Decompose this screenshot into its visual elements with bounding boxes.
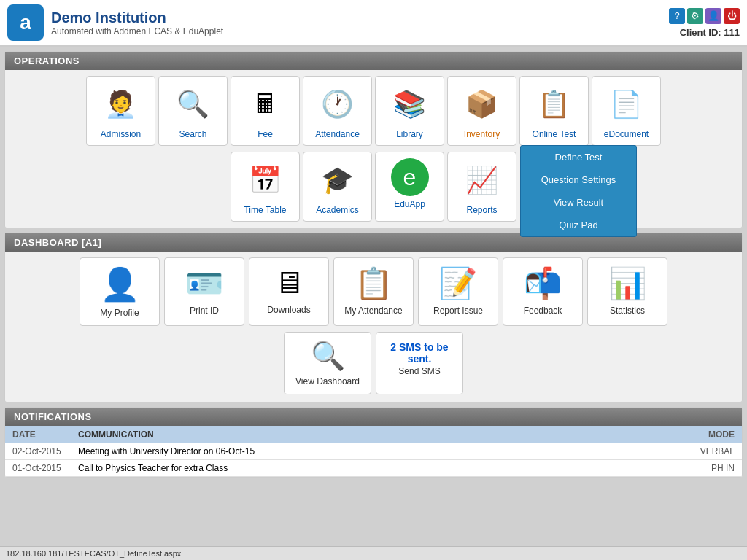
attendance-label: Attendance — [315, 129, 360, 139]
help-icon[interactable]: ? — [669, 8, 685, 24]
fee-label: Fee — [258, 129, 273, 139]
ops-academics[interactable]: 🎓 Academics — [303, 152, 372, 222]
ops-search[interactable]: 🔍 Search — [158, 76, 228, 146]
header: a Demo Institution Automated with Addmen… — [0, 0, 747, 47]
operations-row1: 🧑‍💼 Admission 🔍 Search 🖩 Fee 🕐 Attendanc… — [5, 70, 742, 152]
settings-icon[interactable]: ⚙ — [687, 8, 703, 24]
dash-view-dashboard[interactable]: 🔍 View Dashboard — [284, 332, 371, 394]
view-dashboard-label: View Dashboard — [295, 376, 360, 386]
notif-date: 01-Oct-2015 — [5, 460, 71, 477]
col-mode: MODE — [684, 426, 742, 443]
search-icon: 🔍 — [171, 82, 215, 126]
power-icon[interactable]: ⏻ — [724, 8, 740, 24]
eduapp-label: EduApp — [394, 199, 425, 209]
operations-header: OPERATIONS — [5, 52, 742, 70]
notif-mode: PH IN — [684, 460, 742, 477]
col-date: DATE — [5, 426, 71, 443]
report-issue-icon: 📝 — [439, 265, 477, 301]
dropdown-define-test[interactable]: Define Test — [521, 146, 636, 168]
dashboard-panel: DASHBOARD [A1] 👤 My Profile 🪪 Print ID 🖥… — [4, 233, 743, 402]
dash-send-sms[interactable]: 2 SMS to be sent. Send SMS — [376, 332, 463, 394]
operations-panel: OPERATIONS 🧑‍💼 Admission 🔍 Search 🖩 Fee … — [4, 51, 743, 228]
user-icon[interactable]: 👤 — [705, 8, 721, 24]
online-test-label: Online Test — [533, 129, 576, 139]
inventory-label: Inventory — [464, 129, 500, 139]
eduapp-icon: e — [391, 158, 429, 196]
dash-print-id[interactable]: 🪪 Print ID — [164, 257, 244, 326]
print-id-label: Print ID — [190, 306, 219, 316]
reports-icon: 📈 — [460, 158, 504, 202]
sms-label: Send SMS — [398, 366, 440, 376]
tagline: Automated with Addmen ECAS & EduApplet — [51, 26, 223, 36]
logo-icon: a — [7, 4, 44, 41]
table-row: 02-Oct-2015 Meeting with University Dire… — [5, 443, 742, 460]
dash-downloads[interactable]: 🖥 Downloads — [249, 257, 329, 326]
header-right: ? ⚙ 👤 ⏻ Client ID: 111 — [669, 8, 740, 38]
dash-report-issue[interactable]: 📝 Report Issue — [418, 257, 498, 326]
header-text: Demo Institution Automated with Addmen E… — [51, 9, 223, 36]
timetable-icon: 📅 — [244, 158, 287, 202]
ops-timetable[interactable]: 📅 Time Table — [231, 152, 300, 222]
institution-name: Demo Institution — [51, 9, 223, 26]
dropdown-question-settings[interactable]: Question Settings — [521, 168, 636, 191]
ops-admission[interactable]: 🧑‍💼 Admission — [86, 76, 155, 146]
notifications-panel: NOTIFICATIONS DATE COMMUNICATION MODE 02… — [4, 407, 743, 478]
library-label: Library — [396, 129, 423, 139]
status-url: 182.18.160.181/TESTECAS/OT_DefineTest.as… — [6, 549, 181, 558]
ops-library[interactable]: 📚 Library — [375, 76, 444, 146]
view-dashboard-icon: 🔍 — [311, 340, 345, 372]
timetable-label: Time Table — [244, 205, 286, 215]
inventory-icon: 📦 — [460, 82, 504, 126]
dash-my-profile[interactable]: 👤 My Profile — [80, 257, 160, 326]
dash-statistics[interactable]: 📊 Statistics — [587, 257, 667, 326]
ops-edocument[interactable]: 📄 eDocument — [592, 76, 661, 146]
notif-mode: VERBAL — [684, 443, 742, 460]
search-label: Search — [179, 129, 206, 139]
reports-label: Reports — [466, 205, 497, 215]
notif-communication: Call to Physics Teacher for extra Class — [71, 460, 684, 477]
statusbar: 182.18.160.181/TESTECAS/OT_DefineTest.as… — [0, 546, 747, 560]
notifications-header: NOTIFICATIONS — [5, 408, 742, 426]
fee-icon: 🖩 — [244, 82, 287, 126]
online-test-dropdown: Define Test Question Settings View Resul… — [520, 145, 637, 237]
table-row: 01-Oct-2015 Call to Physics Teacher for … — [5, 460, 742, 477]
header-icons: ? ⚙ 👤 ⏻ — [669, 8, 740, 24]
my-attendance-icon: 📋 — [355, 265, 392, 301]
notifications-table-header-row: DATE COMMUNICATION MODE — [5, 426, 742, 443]
ops-inventory[interactable]: 📦 Inventory — [447, 76, 516, 146]
my-profile-icon: 👤 — [100, 265, 140, 303]
feedback-label: Feedback — [524, 306, 562, 316]
academics-label: Academics — [316, 205, 359, 215]
dashboard-row2: 🔍 View Dashboard 2 SMS to be sent. Send … — [5, 332, 742, 402]
edocument-label: eDocument — [604, 129, 649, 139]
notif-date: 02-Oct-2015 — [5, 443, 71, 460]
dash-feedback[interactable]: 📬 Feedback — [503, 257, 583, 326]
ops-fee[interactable]: 🖩 Fee — [231, 76, 300, 146]
client-id: Client ID: 111 — [669, 27, 740, 38]
my-attendance-label: My Attendance — [344, 306, 402, 316]
feedback-icon: 📬 — [524, 265, 562, 301]
statistics-label: Statistics — [610, 306, 645, 316]
ops-online-test[interactable]: 📋 Online Test Define Test Question Setti… — [519, 76, 589, 146]
dropdown-quiz-pad[interactable]: Quiz Pad — [521, 214, 636, 236]
edocument-icon: 📄 — [605, 82, 649, 126]
admission-label: Admission — [101, 129, 141, 139]
sms-count: 2 SMS to be sent. — [379, 341, 460, 365]
downloads-icon: 🖥 — [274, 265, 304, 300]
academics-icon: 🎓 — [316, 158, 360, 202]
dashboard-grid: 👤 My Profile 🪪 Print ID 🖥 Downloads 📋 My… — [5, 252, 742, 332]
library-icon: 📚 — [388, 82, 432, 126]
online-test-icon: 📋 — [533, 82, 576, 126]
ops-reports[interactable]: 📈 Reports — [447, 152, 516, 222]
ops-eduapp[interactable]: e EduApp — [375, 152, 444, 222]
report-issue-label: Report Issue — [433, 306, 483, 316]
dropdown-view-result[interactable]: View Result — [521, 191, 636, 214]
admission-icon: 🧑‍💼 — [99, 82, 143, 126]
notifications-table-body: 02-Oct-2015 Meeting with University Dire… — [5, 443, 742, 477]
col-communication: COMMUNICATION — [71, 426, 684, 443]
ops-attendance[interactable]: 🕐 Attendance — [303, 76, 372, 146]
dash-my-attendance[interactable]: 📋 My Attendance — [333, 257, 414, 326]
statistics-icon: 📊 — [608, 265, 646, 301]
header-left: a Demo Institution Automated with Addmen… — [7, 4, 223, 41]
attendance-icon: 🕐 — [316, 82, 360, 126]
